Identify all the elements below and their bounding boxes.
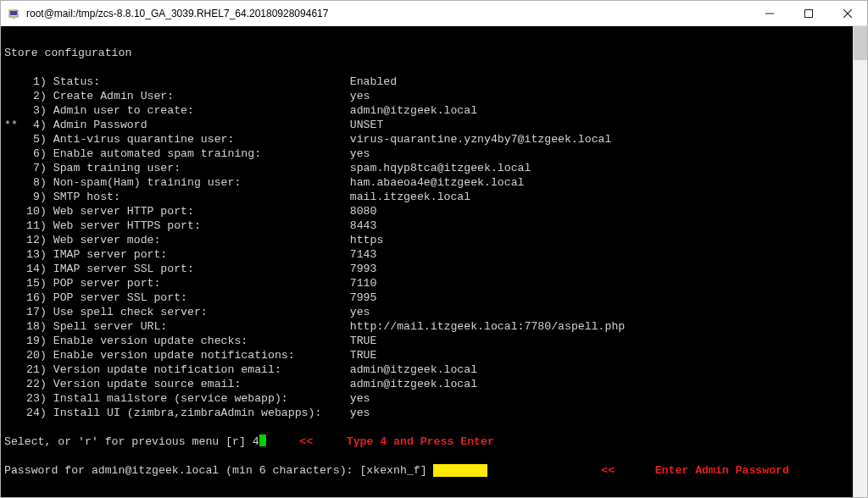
menu-item: 11) Web server HTTPS port:8443 bbox=[4, 219, 849, 233]
menu-label: Version update notification email: bbox=[53, 362, 350, 377]
menu-number: 15) bbox=[18, 276, 47, 290]
menu-value: https bbox=[350, 234, 384, 246]
marker bbox=[4, 349, 18, 362]
menu-value: Enabled bbox=[350, 75, 397, 88]
heading-row: Store configuration bbox=[4, 46, 849, 60]
menu-number: 14) bbox=[18, 262, 47, 276]
menu-value: mail.itzgeek.local bbox=[350, 191, 470, 203]
menu-label: Create Admin User: bbox=[53, 89, 350, 103]
menu-value: yes bbox=[350, 407, 370, 419]
menu-value: yes bbox=[350, 90, 370, 102]
terminal[interactable]: Store configuration 1) Status:Enabled 2)… bbox=[1, 26, 853, 497]
menu-value: 7993 bbox=[350, 263, 377, 275]
menu-label: Status: bbox=[53, 75, 350, 89]
menu-number: 3) bbox=[18, 103, 47, 118]
menu-label: Admin user to create: bbox=[53, 103, 350, 118]
menu-item: 8) Non-spam(Ham) training user:ham.abaeo… bbox=[4, 175, 849, 190]
marker bbox=[4, 104, 18, 117]
menu-value: yes bbox=[350, 147, 370, 160]
menu-number: 6) bbox=[18, 147, 47, 161]
menu-item: 5) Anti-virus quarantine user:virus-quar… bbox=[4, 132, 849, 147]
menu-label: Enable version update checks: bbox=[53, 334, 350, 348]
marker bbox=[4, 90, 18, 102]
menu-number: 21) bbox=[18, 362, 47, 377]
section-heading: Store configuration bbox=[4, 47, 131, 59]
menu-number: 12) bbox=[18, 233, 47, 247]
password-input[interactable] bbox=[433, 464, 487, 477]
menu-label: Web server HTTPS port: bbox=[53, 219, 350, 233]
marker: ** bbox=[4, 119, 18, 131]
menu-item: 3) Admin user to create:admin@itzgeek.lo… bbox=[4, 103, 849, 118]
putty-window: root@mail:/tmp/zcs-8.8.10_GA_3039.RHEL7_… bbox=[0, 0, 868, 498]
menu-item: 17) Use spell check server:yes bbox=[4, 305, 849, 319]
menu-label: Enable automated spam training: bbox=[53, 147, 350, 161]
annotation-type4: Type 4 and Press Enter bbox=[347, 435, 494, 448]
marker bbox=[4, 219, 18, 232]
menu-item: 7) Spam training user:spam.hqyp8tca@itzg… bbox=[4, 161, 849, 175]
menu-label: SMTP host: bbox=[53, 190, 350, 204]
marker bbox=[4, 176, 18, 189]
menu-value: 7110 bbox=[350, 277, 377, 290]
menu-number: 23) bbox=[18, 391, 47, 406]
menu-value: TRUE bbox=[350, 349, 377, 362]
menu-item: 14) IMAP server SSL port:7993 bbox=[4, 262, 849, 276]
select-input[interactable]: 4 bbox=[253, 435, 259, 448]
menu-number: 24) bbox=[18, 406, 47, 420]
menu-value: admin@itzgeek.local bbox=[350, 378, 477, 390]
close-button[interactable] bbox=[828, 1, 867, 25]
marker bbox=[4, 191, 18, 203]
putty-icon bbox=[8, 7, 21, 20]
menu-item: **4) Admin PasswordUNSET bbox=[4, 118, 849, 132]
minimize-button[interactable] bbox=[750, 1, 789, 25]
menu-label: Install mailstore (service webapp): bbox=[53, 391, 350, 406]
menu-item: 18) Spell server URL:http://mail.itzgeek… bbox=[4, 319, 849, 334]
menu-number: 10) bbox=[18, 204, 47, 219]
menu-label: Spell server URL: bbox=[53, 319, 350, 334]
marker bbox=[4, 133, 18, 146]
menu-item: 23) Install mailstore (service webapp):y… bbox=[4, 391, 849, 406]
marker bbox=[4, 392, 18, 405]
menu-value: 7143 bbox=[350, 248, 377, 261]
menu-number: 19) bbox=[18, 334, 47, 348]
window-title: root@mail:/tmp/zcs-8.8.10_GA_3039.RHEL7_… bbox=[26, 8, 750, 19]
menu-label: Non-spam(Ham) training user: bbox=[53, 175, 350, 190]
menu-item: 13) IMAP server port:7143 bbox=[4, 247, 849, 262]
marker bbox=[4, 291, 18, 304]
menu-number: 5) bbox=[18, 132, 47, 147]
client-area: Store configuration 1) Status:Enabled 2)… bbox=[1, 26, 867, 497]
titlebar[interactable]: root@mail:/tmp/zcs-8.8.10_GA_3039.RHEL7_… bbox=[1, 1, 867, 26]
marker bbox=[4, 75, 18, 88]
maximize-button[interactable] bbox=[789, 1, 828, 25]
menu-label: IMAP server SSL port: bbox=[53, 262, 350, 276]
menu-label: Web server mode: bbox=[53, 233, 350, 247]
menu-value: admin@itzgeek.local bbox=[350, 104, 477, 117]
menu-value: TRUE bbox=[350, 335, 377, 347]
menu-number: 9) bbox=[18, 190, 47, 204]
menu-number: 11) bbox=[18, 219, 47, 233]
menu-label: Enable version update notifications: bbox=[53, 348, 350, 362]
menu-number: 7) bbox=[18, 161, 47, 175]
cursor bbox=[259, 434, 266, 446]
menu-number: 1) bbox=[18, 75, 47, 89]
menu-value: UNSET bbox=[350, 119, 384, 131]
menu-item: 6) Enable automated spam training:yes bbox=[4, 147, 849, 161]
menu-number: 8) bbox=[18, 175, 47, 190]
marker bbox=[4, 205, 18, 218]
menu-label: Admin Password bbox=[53, 118, 350, 132]
menu-item: 16) POP server SSL port:7995 bbox=[4, 290, 849, 305]
vertical-scrollbar[interactable] bbox=[853, 26, 867, 497]
marker bbox=[4, 263, 18, 275]
menu-value: 8443 bbox=[350, 219, 377, 232]
svg-rect-2 bbox=[12, 17, 15, 19]
menu-label: Spam training user: bbox=[53, 161, 350, 175]
menu-number: 2) bbox=[18, 89, 47, 103]
select-prompt-row: Select, or 'r' for previous menu [r] 4 <… bbox=[4, 434, 849, 449]
menu-value: 8080 bbox=[350, 205, 377, 218]
svg-rect-1 bbox=[10, 11, 17, 15]
marker bbox=[4, 234, 18, 246]
menu-item: 22) Version update source email:admin@it… bbox=[4, 377, 849, 391]
menu-value: http://mail.itzgeek.local:7780/aspell.ph… bbox=[350, 320, 625, 333]
menu-number: 22) bbox=[18, 377, 47, 391]
menu-value: spam.hqyp8tca@itzgeek.local bbox=[350, 162, 531, 174]
scrollbar-thumb[interactable] bbox=[854, 26, 867, 60]
